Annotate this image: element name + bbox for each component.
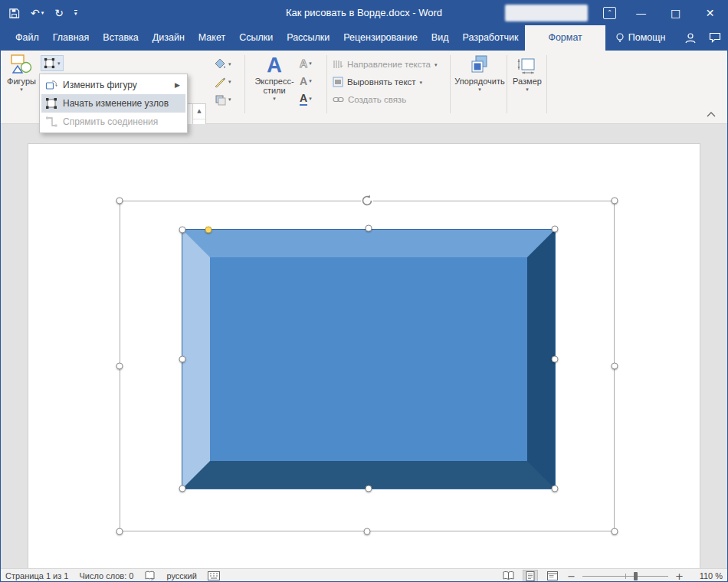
comments-icon[interactable] xyxy=(709,32,721,44)
tab-home[interactable]: Главная xyxy=(46,25,97,51)
zoom-out-button[interactable]: − xyxy=(567,571,576,582)
close-button[interactable]: ✕ xyxy=(693,1,727,25)
size-button[interactable]: Размер ▾ xyxy=(509,54,546,93)
text-fill-icon: А xyxy=(300,57,307,70)
shapes-button[interactable]: Фигуры ▾ xyxy=(4,54,39,93)
shape-handle-se[interactable] xyxy=(552,486,559,492)
lightbulb-icon xyxy=(615,33,625,44)
menu-item-label: Начать изменение узлов xyxy=(63,98,169,109)
selection-handle-e[interactable] xyxy=(612,363,618,370)
collapse-ribbon-button[interactable] xyxy=(706,110,717,118)
web-layout-icon xyxy=(547,571,558,580)
tab-developer[interactable]: Разработчик xyxy=(455,25,525,51)
shape-handle-s[interactable] xyxy=(366,486,372,492)
shape-outline-button[interactable]: ▾ xyxy=(214,74,231,90)
align-text-button[interactable]: Выровнять текст ▾ xyxy=(333,74,422,90)
text-fill-button[interactable]: А▾ xyxy=(300,55,312,71)
edit-shape-button[interactable]: ▾ xyxy=(41,55,64,71)
dropdown-arrow-icon: ▾ xyxy=(420,80,423,86)
bevel-shape[interactable] xyxy=(182,230,555,489)
group-separator xyxy=(507,55,507,113)
menu-item-reroute-connectors: Спрямить соединения xyxy=(41,113,185,131)
zoom-level[interactable]: 110 % xyxy=(690,571,723,580)
tab-insert[interactable]: Вставка xyxy=(96,25,145,51)
quick-access-toolbar: ↶▾ ↻ ▾ xyxy=(8,1,77,25)
tab-references[interactable]: Ссылки xyxy=(232,25,280,51)
shape-handle-w[interactable] xyxy=(179,356,186,363)
size-label: Размер xyxy=(513,77,542,86)
tab-design[interactable]: Дизайн xyxy=(146,25,192,51)
selection-handle-ne[interactable] xyxy=(612,198,618,204)
maximize-button[interactable]: □ xyxy=(658,1,693,25)
language-indicator[interactable]: русский xyxy=(166,571,196,580)
customize-qat-button[interactable]: ▾ xyxy=(74,10,77,16)
size-icon xyxy=(517,54,537,74)
proofing-icon xyxy=(144,571,156,581)
create-link-button[interactable]: Создать связь xyxy=(333,92,406,107)
text-effects-button[interactable]: А▾ xyxy=(300,90,312,106)
shape-fill-icon xyxy=(214,58,226,70)
dropdown-arrow-icon: ▾ xyxy=(309,78,312,84)
rotate-handle-icon[interactable] xyxy=(360,194,374,208)
arrange-label: Упорядочить xyxy=(454,77,504,86)
tab-format[interactable]: Формат xyxy=(525,25,605,51)
menu-item-edit-points[interactable]: Начать изменение узлов xyxy=(41,94,185,113)
shape-fill-button[interactable]: ▾ xyxy=(214,56,231,72)
web-layout-button[interactable] xyxy=(545,570,560,582)
save-button[interactable] xyxy=(8,8,20,19)
dropdown-arrow-icon: ▾ xyxy=(526,87,529,93)
selection-handle-se[interactable] xyxy=(612,528,618,535)
zoom-slider-thumb[interactable] xyxy=(634,572,638,580)
zoom-in-button[interactable]: + xyxy=(675,571,684,582)
tab-mailings[interactable]: Рассылки xyxy=(280,25,336,51)
customize-qat-icon: ▾ xyxy=(74,10,77,16)
word-window: ↶▾ ↻ ▾ Как рисовать в Ворде.docx - Word … xyxy=(0,0,728,582)
shape-handle-ne[interactable] xyxy=(552,226,559,233)
undo-button[interactable]: ↶▾ xyxy=(31,7,44,19)
read-mode-button[interactable] xyxy=(500,570,516,582)
dropdown-arrow-icon: ▾ xyxy=(435,62,438,68)
shapes-icon xyxy=(11,54,32,74)
word-count[interactable]: Число слов: 0 xyxy=(79,571,133,580)
shape-handle-sw[interactable] xyxy=(179,486,186,492)
text-outline-button[interactable]: А▾ xyxy=(300,73,312,89)
proofing-status[interactable] xyxy=(144,571,156,581)
shape-outline-icon xyxy=(214,76,226,88)
minimize-button[interactable]: — xyxy=(624,1,658,25)
shape-handle-e[interactable] xyxy=(552,356,559,363)
tab-view[interactable]: Вид xyxy=(425,25,456,51)
menu-item-change-shape[interactable]: Изменить фигуру ▶ xyxy=(41,76,185,94)
change-shape-icon xyxy=(45,79,57,91)
print-layout-button[interactable] xyxy=(523,570,538,582)
wordart-letter-icon: А xyxy=(267,54,282,76)
gallery-scroll-up[interactable]: ▲ xyxy=(193,104,205,119)
selection-handle-s[interactable] xyxy=(364,528,371,535)
selection-handle-w[interactable] xyxy=(116,363,123,370)
window-title: Как рисовать в Ворде.docx - Word xyxy=(1,1,727,25)
arrange-button[interactable]: Упорядочить ▾ xyxy=(454,54,505,93)
text-direction-button[interactable]: Направление текста ▾ xyxy=(333,57,438,72)
zoom-slider[interactable] xyxy=(582,571,668,581)
shape-effects-icon xyxy=(214,93,226,106)
page-indicator[interactable]: Страница 1 из 1 xyxy=(5,571,68,580)
shape-handle-nw[interactable] xyxy=(179,227,186,234)
selection-handle-sw[interactable] xyxy=(116,528,123,535)
tab-review[interactable]: Рецензирование xyxy=(336,25,425,51)
dropdown-arrow-icon: ▾ xyxy=(228,79,231,85)
keyboard-indicator[interactable] xyxy=(208,571,220,580)
edit-points-icon xyxy=(45,97,57,110)
ribbon-display-options-button[interactable]: ⌃ xyxy=(603,7,616,19)
tab-layout[interactable]: Макет xyxy=(192,25,232,51)
shape-handle-n[interactable] xyxy=(366,225,372,232)
selection-handle-nw[interactable] xyxy=(116,198,123,204)
shape-adjust-handle[interactable] xyxy=(205,227,212,234)
shape-effects-button[interactable]: ▾ xyxy=(214,91,231,107)
account-icon[interactable] xyxy=(684,32,697,44)
align-text-label: Выровнять текст xyxy=(347,77,416,87)
tab-file[interactable]: Файл xyxy=(8,25,46,51)
quick-styles-button[interactable]: А Экспресс- стили ▾ xyxy=(252,54,297,102)
shapes-button-label: Фигуры xyxy=(7,77,36,86)
redo-button[interactable]: ↻ xyxy=(54,7,64,19)
tell-me-box[interactable]: Помощн xyxy=(608,25,673,51)
reroute-connectors-icon xyxy=(45,116,57,128)
